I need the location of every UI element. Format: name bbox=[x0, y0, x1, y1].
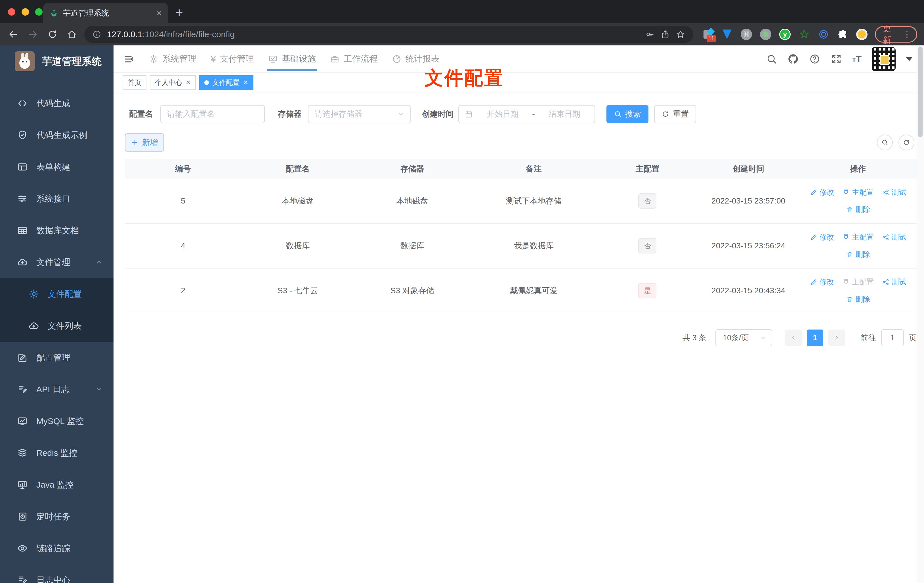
back-icon[interactable] bbox=[7, 29, 20, 40]
share-icon[interactable] bbox=[660, 30, 670, 39]
help-icon[interactable] bbox=[809, 53, 820, 65]
home-icon[interactable] bbox=[66, 29, 78, 40]
date-range-picker[interactable]: 开始日期 - 结束日期 bbox=[458, 105, 595, 123]
sidebar-item-tracing[interactable]: 链路追踪 bbox=[0, 532, 114, 564]
test-link[interactable]: 测试 bbox=[882, 187, 906, 197]
window-minimize-button[interactable] bbox=[21, 8, 29, 16]
window-close-button[interactable] bbox=[8, 8, 15, 16]
sidebar-item-code-demo[interactable]: 代码生成示例 bbox=[0, 119, 114, 151]
font-size-icon[interactable]: тT bbox=[852, 53, 861, 64]
delete-link[interactable]: 删除 bbox=[846, 249, 870, 259]
sidebar-item-java-monitor[interactable]: Java 监控 bbox=[0, 469, 114, 501]
briefcase-icon bbox=[330, 54, 340, 64]
test-link[interactable]: 测试 bbox=[882, 277, 906, 287]
sidebar-item-redis-monitor[interactable]: Redis 监控 bbox=[0, 437, 114, 469]
browser-menu-icon[interactable]: ⋮ bbox=[903, 30, 911, 40]
add-button[interactable]: 新增 bbox=[125, 134, 164, 152]
page-unit-label: 页 bbox=[909, 333, 917, 343]
fullscreen-icon[interactable] bbox=[831, 53, 842, 65]
url-text[interactable]: 127.0.0.1:1024/infra/file/file-config bbox=[107, 30, 640, 39]
new-tab-button[interactable]: + bbox=[175, 5, 183, 20]
toggle-search-button[interactable] bbox=[877, 135, 893, 150]
close-icon[interactable]: ✕ bbox=[243, 79, 248, 86]
nav-menu-infra[interactable]: 基础设施 bbox=[268, 45, 316, 73]
site-info-icon[interactable] bbox=[92, 30, 101, 39]
page-number-active[interactable]: 1 bbox=[807, 330, 823, 346]
sidebar-item-config-manage[interactable]: 配置管理 bbox=[0, 342, 114, 373]
tag-profile[interactable]: 个人中心 ✕ bbox=[150, 75, 196, 90]
page-size-select[interactable]: 10条/页 bbox=[715, 329, 772, 346]
sidebar-item-system-api[interactable]: 系统接口 bbox=[0, 183, 114, 215]
browser-tab[interactable]: 芋道管理系统 × bbox=[43, 3, 168, 23]
master-config-link[interactable]: 主配置 bbox=[842, 187, 874, 197]
user-avatar-qr[interactable] bbox=[872, 47, 896, 71]
extension-icon-4[interactable] bbox=[760, 28, 772, 40]
extension-icon-5[interactable]: y bbox=[779, 28, 791, 40]
sidebar-collapse-icon[interactable] bbox=[123, 53, 135, 65]
nav-menu-pay[interactable]: ¥ 支付管理 bbox=[211, 45, 254, 73]
refresh-table-button[interactable] bbox=[898, 135, 914, 150]
navbar-right-tools: тT bbox=[766, 47, 924, 71]
extension-icon-2[interactable] bbox=[721, 28, 733, 40]
chrome-update-button[interactable]: 更新 ⋮ bbox=[875, 26, 917, 43]
master-config-link[interactable]: 主配置 bbox=[842, 232, 874, 242]
close-icon[interactable]: ✕ bbox=[186, 79, 191, 86]
gear-icon bbox=[149, 54, 158, 64]
sidebar-item-api-log[interactable]: API 日志 bbox=[0, 373, 114, 405]
profile-avatar-icon[interactable] bbox=[856, 29, 868, 40]
sidebar-item-db-doc[interactable]: 数据库文档 bbox=[0, 215, 114, 246]
delete-link[interactable]: 删除 bbox=[846, 205, 870, 215]
extension-icon-6[interactable] bbox=[798, 28, 810, 40]
sidebar-item-form-builder[interactable]: 表单构建 bbox=[0, 151, 114, 183]
delete-link[interactable]: 删除 bbox=[846, 294, 870, 304]
url-bar[interactable]: 127.0.0.1:1024/infra/file/file-config bbox=[84, 26, 693, 43]
tab-close-icon[interactable]: × bbox=[156, 8, 162, 18]
forward-icon[interactable] bbox=[27, 29, 39, 40]
edit-link[interactable]: 修改 bbox=[810, 187, 834, 197]
sidebar-item-cron-job[interactable]: 定时任务 bbox=[0, 501, 114, 532]
nav-menu-system[interactable]: 系统管理 bbox=[149, 45, 196, 73]
avatar-caret-icon[interactable] bbox=[906, 57, 912, 61]
goto-page-input[interactable] bbox=[881, 329, 904, 346]
reset-button[interactable]: 重置 bbox=[654, 105, 696, 123]
extension-icon-1[interactable]: 11 bbox=[702, 28, 714, 40]
edit-link[interactable]: 修改 bbox=[810, 277, 834, 287]
browser-tab-strip: 芋道管理系统 × + bbox=[0, 0, 924, 23]
sidebar-item-mysql-monitor[interactable]: MySQL 监控 bbox=[0, 405, 114, 437]
sidebar-item-file-list[interactable]: 文件列表 bbox=[0, 310, 114, 342]
password-key-icon[interactable] bbox=[645, 30, 655, 39]
reload-icon[interactable] bbox=[46, 29, 58, 40]
scrollbar-thumb[interactable] bbox=[918, 46, 922, 137]
sidebar-item-code-gen[interactable]: 代码生成 bbox=[0, 88, 114, 119]
github-icon[interactable] bbox=[787, 53, 799, 65]
tag-file-config[interactable]: 文件配置 ✕ bbox=[199, 75, 253, 90]
storage-select[interactable]: 请选择存储器 bbox=[308, 105, 411, 123]
next-page-button[interactable] bbox=[828, 330, 845, 346]
sidebar-submenu-file: 文件配置 文件列表 bbox=[0, 278, 114, 342]
extension-icon-7[interactable] bbox=[818, 28, 830, 40]
extensions-puzzle-icon[interactable] bbox=[837, 28, 849, 40]
edit-link[interactable]: 修改 bbox=[810, 232, 834, 242]
config-name-input[interactable] bbox=[160, 105, 265, 123]
test-link[interactable]: 测试 bbox=[882, 232, 906, 242]
search-button[interactable]: 搜索 bbox=[606, 105, 648, 123]
layers-icon bbox=[17, 448, 28, 458]
window-zoom-button[interactable] bbox=[35, 8, 43, 16]
sidebar-item-file-config[interactable]: 文件配置 bbox=[0, 278, 114, 310]
sidebar-logo[interactable]: 芋道管理系统 bbox=[0, 45, 114, 77]
trash-icon bbox=[846, 206, 853, 213]
page-scrollbar[interactable] bbox=[917, 45, 924, 583]
end-date-placeholder[interactable]: 结束日期 bbox=[540, 109, 589, 119]
search-icon[interactable] bbox=[766, 53, 777, 65]
tag-home[interactable]: 首页 bbox=[122, 75, 147, 90]
start-date-placeholder[interactable]: 开始日期 bbox=[478, 109, 527, 119]
browser-toolbar: 127.0.0.1:1024/infra/file/file-config 11… bbox=[0, 23, 924, 45]
sidebar-item-log-center[interactable]: 日志中心 bbox=[0, 564, 114, 583]
prev-page-button[interactable] bbox=[785, 330, 802, 346]
nav-menu-workflow[interactable]: 工作流程 bbox=[330, 45, 378, 73]
bookmark-star-icon[interactable] bbox=[676, 30, 685, 39]
extension-icon-3[interactable]: ⌘ bbox=[741, 28, 752, 40]
chevron-down-icon bbox=[397, 111, 404, 118]
sidebar-item-file-manage[interactable]: 文件管理 bbox=[0, 246, 114, 278]
document-edit-icon bbox=[17, 575, 28, 583]
